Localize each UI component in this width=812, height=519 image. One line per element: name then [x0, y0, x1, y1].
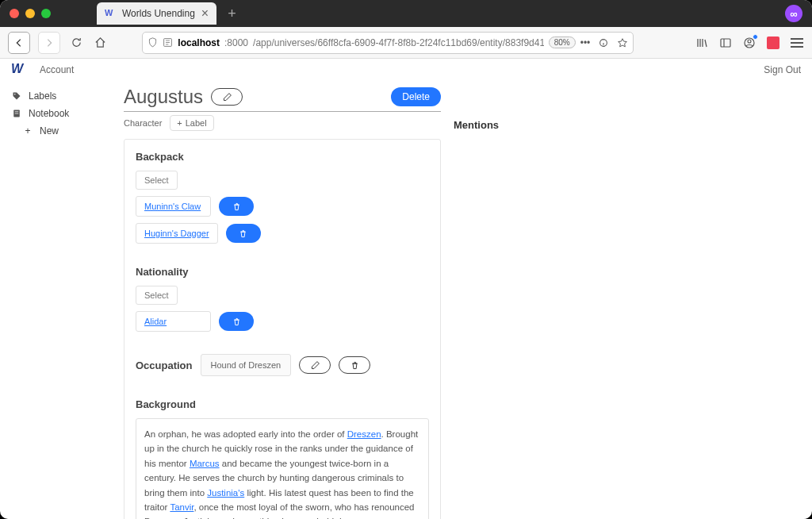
- entity-link[interactable]: Tanvir: [170, 502, 193, 512]
- tab-close-button[interactable]: ×: [201, 6, 209, 21]
- app-logo[interactable]: W: [11, 62, 27, 78]
- forward-button[interactable]: [38, 32, 60, 54]
- mentions-heading: Mentions: [454, 81, 499, 506]
- browser-titlebar: W Worlds Unending × +: [0, 0, 812, 27]
- entity-link[interactable]: Justinia's: [207, 488, 244, 498]
- library-icon[interactable]: [695, 36, 709, 50]
- sidebar-toggle-icon[interactable]: [718, 36, 733, 50]
- tag-icon: [11, 91, 22, 101]
- menu-button[interactable]: [790, 36, 804, 50]
- url-path: /app/universes/66ff8cfa-6909-4f7f-8f8b-2…: [253, 37, 544, 48]
- backpack-item[interactable]: Muninn's Claw: [136, 196, 211, 217]
- entity-link[interactable]: Dreszen: [347, 429, 381, 439]
- account-icon[interactable]: [742, 36, 756, 50]
- entity-link[interactable]: Alidar: [144, 317, 167, 326]
- svg-point-4: [748, 40, 751, 43]
- backpack-select-button[interactable]: Select: [136, 171, 178, 190]
- entity-link[interactable]: Muninn's Claw: [144, 202, 201, 211]
- new-tab-button[interactable]: +: [228, 6, 236, 22]
- add-label-button[interactable]: + Label: [170, 115, 213, 131]
- section-title: Background: [136, 398, 429, 410]
- section-backpack: Backpack Select Muninn's Claw Huginn's D…: [136, 151, 429, 244]
- minimize-window-button[interactable]: [25, 9, 35, 18]
- signout-link[interactable]: Sign Out: [764, 64, 801, 75]
- list-item: Alidar: [136, 311, 429, 332]
- tab-title: Worlds Unending: [122, 8, 195, 19]
- bookmark-icon[interactable]: [617, 37, 628, 48]
- url-host: localhost: [178, 37, 220, 48]
- reader-mode-icon[interactable]: [598, 37, 609, 48]
- sidebar-item-label: Labels: [29, 90, 56, 102]
- app-header: W Account Sign Out: [0, 59, 812, 81]
- section-title: Backpack: [136, 151, 429, 163]
- url-port: :8000: [224, 37, 248, 48]
- list-item: Huginn's Dagger: [136, 223, 429, 244]
- window-controls: [10, 9, 51, 18]
- notebook-icon: [11, 109, 22, 118]
- edit-occupation-button[interactable]: [299, 356, 331, 374]
- tab-favicon: W: [105, 8, 116, 19]
- entity-link[interactable]: Huginn's Dagger: [144, 229, 209, 238]
- remove-item-button[interactable]: [219, 312, 254, 331]
- entity-panel: Backpack Select Muninn's Claw Huginn's D…: [124, 139, 441, 519]
- background-text: An orphan, he was adopted early into the…: [136, 418, 429, 519]
- occupation-value: Hound of Dreszen: [201, 354, 292, 376]
- maximize-window-button[interactable]: [41, 9, 51, 18]
- url-bar[interactable]: localhost:8000/app/universes/66ff8cfa-69…: [142, 32, 634, 54]
- section-background: Background An orphan, he was adopted ear…: [136, 398, 429, 519]
- entity-type-label: Character: [124, 118, 162, 128]
- sidebar: Labels Notebook + New: [0, 81, 111, 519]
- account-link[interactable]: Account: [40, 64, 74, 75]
- sidebar-item-labels[interactable]: Labels: [11, 87, 100, 105]
- edit-title-button[interactable]: [211, 88, 243, 106]
- zoom-badge[interactable]: 80%: [549, 37, 576, 48]
- plus-icon: +: [177, 118, 182, 128]
- pocket-icon[interactable]: [766, 36, 780, 50]
- svg-rect-2: [721, 39, 730, 47]
- shield-icon: [147, 37, 158, 48]
- page-info-icon[interactable]: [163, 37, 173, 48]
- entity-link[interactable]: Marcus: [190, 459, 220, 468]
- section-title: Nationality: [136, 266, 429, 278]
- refresh-button[interactable]: [68, 35, 84, 51]
- backpack-item[interactable]: Huginn's Dagger: [136, 223, 218, 244]
- close-window-button[interactable]: [10, 9, 19, 18]
- sidebar-item-label: Notebook: [29, 108, 69, 119]
- nationality-item[interactable]: Alidar: [136, 311, 211, 332]
- more-icon[interactable]: •••: [580, 37, 591, 48]
- section-occupation: Occupation Hound of Dreszen: [136, 354, 429, 376]
- delete-button[interactable]: Delete: [391, 87, 441, 106]
- section-title: Occupation: [136, 359, 193, 371]
- home-button[interactable]: [92, 35, 108, 51]
- add-label-text: Label: [186, 118, 207, 128]
- remove-item-button[interactable]: [226, 224, 261, 243]
- back-button[interactable]: [8, 32, 30, 54]
- sidebar-item-label: New: [40, 125, 59, 136]
- entity-title: Augustus: [124, 86, 203, 108]
- svg-point-5: [14, 94, 16, 95]
- main-content: Augustus Delete Character + Label: [111, 81, 812, 519]
- browser-toolbar: localhost:8000/app/universes/66ff8cfa-69…: [0, 27, 812, 59]
- browser-tab[interactable]: W Worlds Unending ×: [97, 2, 216, 25]
- section-nationality: Nationality Select Alidar: [136, 266, 429, 332]
- remove-item-button[interactable]: [219, 197, 254, 216]
- nationality-select-button[interactable]: Select: [136, 286, 178, 305]
- sidebar-item-notebook[interactable]: Notebook: [11, 105, 100, 122]
- extension-badge[interactable]: [785, 5, 802, 22]
- list-item: Muninn's Claw: [136, 196, 429, 217]
- sidebar-item-new[interactable]: + New: [11, 122, 100, 140]
- plus-icon: +: [22, 125, 33, 136]
- delete-occupation-button[interactable]: [339, 356, 370, 374]
